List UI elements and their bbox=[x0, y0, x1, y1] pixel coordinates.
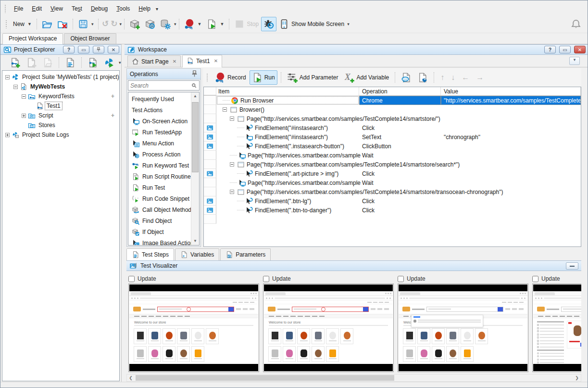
test-step-row[interactable]: FindElement("#instasearch")Click bbox=[204, 123, 581, 132]
test-step-row[interactable]: Page("http://services.smartbear.com/samp… bbox=[204, 160, 581, 169]
add-child-affordance[interactable]: + bbox=[111, 93, 114, 100]
menu-help[interactable]: Help bbox=[134, 4, 155, 13]
step-operation-cell[interactable]: ClickButton bbox=[359, 142, 441, 151]
test-step-row[interactable]: FindElement("#instasearch")SetText"chron… bbox=[204, 132, 581, 142]
add-item-button[interactable] bbox=[24, 55, 39, 70]
test-step-row[interactable]: FindElement(".instasearch-button")ClickB… bbox=[204, 142, 581, 151]
add-child-affordance[interactable]: + bbox=[111, 112, 114, 119]
operation-item-run-script-routine[interactable]: Run Script Routine bbox=[128, 171, 191, 182]
menu-edit[interactable]: Edit bbox=[27, 4, 46, 13]
editor-tab-parameters[interactable]: Parameters bbox=[220, 248, 271, 260]
organize-tests-button[interactable] bbox=[63, 55, 78, 70]
open-item-button[interactable] bbox=[40, 55, 55, 70]
close-panel-button[interactable]: ✕ bbox=[108, 46, 119, 53]
step-item-cell[interactable]: Page("http://services.smartbear.com/samp… bbox=[216, 178, 359, 187]
search-input[interactable] bbox=[128, 82, 191, 89]
stop-button[interactable]: Stop bbox=[232, 17, 261, 31]
chevron-down-icon[interactable]: ▾ bbox=[119, 60, 121, 65]
step-item-cell[interactable]: FindElement(".btn-lg") bbox=[216, 196, 359, 206]
column-header-value[interactable]: Value bbox=[441, 87, 581, 95]
screenshot-thumbnail[interactable] bbox=[532, 284, 581, 372]
menu-view[interactable]: View bbox=[46, 4, 67, 13]
run-button[interactable]: Run bbox=[250, 70, 277, 85]
step-value-cell[interactable] bbox=[441, 160, 581, 169]
menu-test[interactable]: Test bbox=[67, 4, 87, 13]
tree-item-script[interactable]: Script+ bbox=[2, 111, 119, 120]
scroll-down-icon[interactable]: ▼ bbox=[191, 237, 199, 245]
step-value-cell[interactable] bbox=[441, 196, 581, 206]
menu-file[interactable]: File bbox=[10, 4, 27, 13]
step-value-cell[interactable] bbox=[441, 105, 581, 114]
chevron-down-icon[interactable]: ▾ bbox=[119, 22, 122, 26]
enable-debugging-button[interactable] bbox=[261, 17, 276, 31]
tree-item-stores[interactable]: Stores bbox=[2, 120, 119, 130]
move-up-icon[interactable]: ↑ bbox=[438, 73, 447, 82]
operation-category-test-actions[interactable]: Test Actions bbox=[128, 104, 191, 116]
step-operation-cell[interactable] bbox=[359, 105, 441, 114]
step-item-cell[interactable]: Page("http://services.smartbear.com/samp… bbox=[216, 151, 359, 160]
operation-item-menu-action[interactable]: Menu Action bbox=[128, 138, 191, 149]
restore-panel-button[interactable]: ▭ bbox=[78, 46, 89, 53]
selector-tab-object-browser[interactable]: Object Browser bbox=[64, 33, 116, 44]
update-checkbox[interactable] bbox=[263, 276, 269, 282]
operation-item-image-based-action[interactable]: Image Based Action bbox=[128, 237, 191, 246]
column-header-operation[interactable]: Operation bbox=[359, 87, 441, 95]
test-step-row[interactable]: FindElement(".art-picture > img")Click bbox=[204, 169, 581, 178]
column-header-item[interactable]: Item bbox=[216, 87, 359, 95]
scroll-left-icon[interactable]: ❮ bbox=[127, 375, 135, 380]
tree-expander-icon[interactable] bbox=[230, 190, 234, 194]
step-item-cell[interactable]: FindElement(".btn-to-danger") bbox=[216, 206, 359, 215]
step-value-cell[interactable] bbox=[441, 114, 581, 123]
selector-tab-project-workspace[interactable]: Project Workspace bbox=[2, 33, 63, 44]
operation-item-run-keyword-test[interactable]: Run Keyword Test bbox=[128, 160, 191, 171]
tree-expander-icon[interactable] bbox=[230, 162, 234, 167]
step-value-cell[interactable]: "http://services.smartbear.com/samples/T… bbox=[441, 96, 581, 105]
tree-expander-icon[interactable] bbox=[5, 75, 10, 79]
doc-tab-start-page[interactable]: Start Page✕ bbox=[127, 55, 181, 67]
record-button[interactable]: Record bbox=[213, 70, 249, 85]
step-item-cell[interactable]: Page("http://services.smartbear.com/samp… bbox=[216, 187, 359, 196]
test-step-row[interactable]: Page("http://services.smartbear.com/samp… bbox=[204, 178, 581, 187]
undo-icon[interactable]: ↺ bbox=[101, 20, 110, 28]
screenshot-thumbnail[interactable]: Welcome to our storeFeatured products bbox=[398, 284, 528, 372]
step-operation-cell[interactable]: Click bbox=[359, 196, 441, 206]
tree-expander-icon[interactable] bbox=[5, 133, 10, 137]
update-checkbox[interactable] bbox=[398, 276, 404, 282]
step-operation-cell[interactable]: Click bbox=[359, 206, 441, 215]
save-button[interactable]: ▾ bbox=[75, 17, 96, 31]
step-operation-cell[interactable]: Click bbox=[359, 169, 441, 178]
step-item-cell[interactable]: FindElement("#instasearch") bbox=[216, 132, 359, 142]
add-label-button[interactable] bbox=[415, 70, 430, 85]
record-toolbar-button[interactable]: ▼ bbox=[182, 17, 204, 31]
operation-item-on-screen-action[interactable]: On-Screen Action bbox=[128, 116, 191, 127]
update-checkbox[interactable] bbox=[532, 276, 538, 282]
operation-item-run-test[interactable]: Run Test bbox=[128, 182, 191, 193]
step-operation-cell[interactable]: Wait bbox=[359, 151, 441, 160]
test-step-row[interactable]: FindElement(".btn-lg")Click bbox=[204, 196, 581, 206]
step-value-cell[interactable] bbox=[441, 151, 581, 160]
step-value-cell[interactable] bbox=[441, 178, 581, 187]
tab-list-chevron[interactable]: ▾ bbox=[569, 57, 580, 65]
menubar-grip[interactable] bbox=[4, 4, 7, 13]
tree-item-test1[interactable]: Test1 bbox=[2, 101, 119, 111]
editor-tab-variables[interactable]: xVariables bbox=[175, 248, 219, 260]
scrollbar-thumb[interactable] bbox=[136, 375, 394, 381]
close-project-button[interactable] bbox=[55, 17, 70, 31]
step-operation-cell[interactable]: SetText bbox=[359, 132, 441, 142]
step-operation-cell[interactable]: Click bbox=[359, 123, 441, 132]
editor-tab-test-steps[interactable]: Test Steps bbox=[126, 248, 174, 260]
move-down-icon[interactable]: ↓ bbox=[448, 73, 458, 82]
move-left-icon[interactable]: ← bbox=[459, 73, 472, 82]
new-button[interactable]: New ▼ bbox=[11, 19, 34, 29]
add-object-button[interactable] bbox=[127, 17, 142, 31]
tree-item-mywebtests[interactable]: MyWebTests bbox=[2, 82, 119, 91]
close-panel-button[interactable]: ✕ bbox=[574, 46, 586, 53]
test-step-row[interactable]: Browser() bbox=[204, 105, 581, 114]
add-new-item-button[interactable] bbox=[7, 55, 23, 70]
screenshot-thumbnail[interactable]: Welcome to our storeFeatured products bbox=[263, 284, 394, 372]
tree-expander-icon[interactable] bbox=[223, 107, 227, 112]
tree-expander-icon[interactable] bbox=[230, 116, 234, 121]
close-tab-icon[interactable]: ✕ bbox=[214, 58, 218, 64]
add-parameter-button[interactable]: Add Parameter bbox=[285, 70, 341, 85]
step-operation-cell[interactable]: Chrome bbox=[359, 96, 441, 105]
